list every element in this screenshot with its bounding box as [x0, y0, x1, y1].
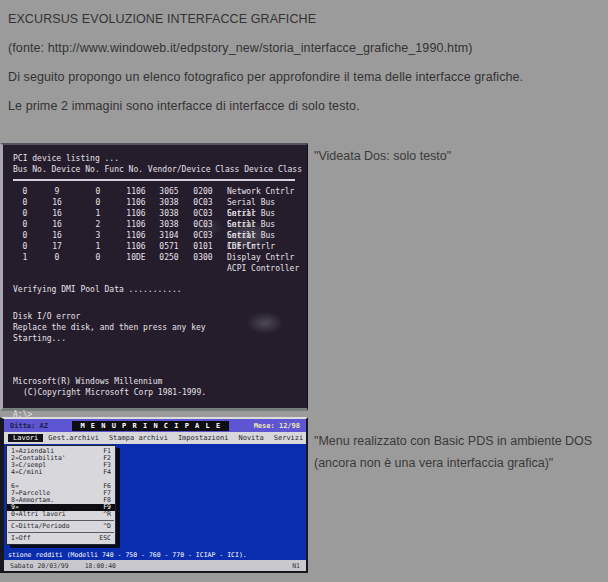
- caption-dos-screen: "Videata Dos: solo testo": [314, 149, 451, 163]
- menubar-item-gest-archivi: Gest.archivi: [43, 434, 104, 442]
- dropdown-item-label: 0»Altri lavori: [11, 511, 66, 518]
- replace-disk-line: Replace the disk, and then press any key: [13, 322, 307, 333]
- basic-menu-screenshot: Ditta: AZ M E N U P R I N C I P A L E Me…: [0, 417, 308, 573]
- pci-cell-class: 0300: [185, 252, 221, 263]
- pci-cell-bus: 0: [13, 186, 37, 197]
- pci-cell-dev_id: 0571: [153, 241, 185, 252]
- pci-row: 10010DE02500300Display Cntrlr: [13, 252, 307, 263]
- status-time: 18:00:40: [85, 562, 116, 570]
- pci-cell-vendor: 1106: [119, 186, 153, 197]
- month-label: Mese: 12/98: [254, 422, 300, 430]
- dropdown-item-label: 4»C/mini: [11, 469, 42, 476]
- caption-basic-menu-line2: (ancora non è una vera interfaccia grafi…: [314, 452, 592, 474]
- boot-messages: Disk I/O error Replace the disk, and the…: [13, 311, 307, 344]
- status-date: Sabato 20/03/99: [10, 562, 69, 570]
- dropdown-separator: [8, 520, 114, 521]
- dropdown-item: 8»Ammortam.F8: [7, 497, 115, 504]
- pci-table-header: Bus No. Device No. Func No. Vendor/Devic…: [13, 164, 307, 175]
- dos-boot-screenshot: PCI device listing ... Bus No. Device No…: [0, 143, 308, 411]
- pci-row: 0162110630380C03Serial Bus Cntrlr: [13, 219, 307, 230]
- pci-cell-bus: 0: [13, 241, 37, 252]
- dropdown-item-key: ^D: [103, 523, 111, 530]
- menubar-item-impostazioni: Impostazioni: [173, 434, 234, 442]
- disk-error-line: Disk I/O error: [13, 311, 307, 322]
- pci-row: 0171110605710101IDE Cntrlr: [13, 241, 307, 252]
- menubar-item-stampa-archivi: Stampa archivi: [104, 434, 173, 442]
- pci-row: 0161110630380C03Serial Bus Cntrlr: [13, 208, 307, 219]
- menubar-item-servizi: Servizi: [269, 434, 309, 442]
- caption-basic-menu-line1: "Menu realizzato con Basic PDS in ambien…: [314, 430, 592, 452]
- dropdown-menu: 1»AziendaliF12»Contabilita'F23»C/semplF3…: [6, 445, 116, 545]
- pci-cell-vendor: 1106: [119, 241, 153, 252]
- dropdown-item-key: ESC: [99, 535, 111, 542]
- pci-row: 0160110630380C03Serial Bus Cntrlr: [13, 197, 307, 208]
- windows-brand-lines: Microsoft(R) Windows Millennium (C)Copyr…: [13, 376, 307, 398]
- acpi-controller-line: ACPI Controller: [227, 263, 307, 274]
- dropdown-item-key: F4: [103, 469, 111, 476]
- pci-row: 090110630650200Network Cntrlr: [13, 186, 307, 197]
- dropdown-item: 0»Altri lavori^R: [7, 511, 115, 518]
- menu-principale-title: M E N U P R I N C I P A L E: [72, 421, 229, 431]
- pci-cell-name: Display Cntrlr: [221, 252, 307, 263]
- starting-line: Starting...: [13, 333, 307, 344]
- pci-cell-func: 0: [77, 186, 119, 197]
- doc-source-url: (fonte: http://www.windoweb.it/edpstory_…: [8, 41, 473, 55]
- copyright-line: (C)Copyright Microsoft Corp 1981-1999.: [13, 387, 307, 398]
- screen-message-line: stione redditi (Modelli 740 - 750 - 760 …: [8, 551, 247, 559]
- pci-cell-dev_id: 0250: [153, 252, 185, 263]
- pci-cell-vendor: 10DE: [119, 252, 153, 263]
- pci-cell-name: IDE Cntrlr: [221, 241, 307, 252]
- company-label: Ditta: AZ: [10, 422, 48, 430]
- doc-paragraph-intro: Di seguito propongo un elenco fotografic…: [8, 70, 523, 84]
- doc-title: EXCURSUS EVOLUZIONE INTERFACCE GRAFICHE: [8, 12, 316, 26]
- windows-millennium-line: Microsoft(R) Windows Millennium: [13, 376, 307, 387]
- dropdown-item: I»OffESC: [7, 535, 115, 542]
- caption-basic-menu: "Menu realizzato con Basic PDS in ambien…: [314, 430, 592, 474]
- pci-cell-class: 0200: [185, 186, 221, 197]
- pci-row: 0163110631040C03Serial Bus Cntrlr: [13, 230, 307, 241]
- pci-cell-dev_id: 3065: [153, 186, 185, 197]
- dropdown-item-label: I»Off: [11, 535, 31, 542]
- pci-listing-title: PCI device listing ...: [13, 153, 307, 164]
- dropdown-item-key: ^R: [103, 511, 111, 518]
- menubar-item-novita: Novita: [233, 434, 268, 442]
- pci-table-body: 090110630650200Network Cntrlr01601106303…: [13, 186, 307, 263]
- dropdown-item: 4»C/miniF4: [7, 469, 115, 476]
- pci-cell-device: 17: [37, 241, 77, 252]
- pci-table-separator: [13, 179, 295, 181]
- menu-screen-area: 1»AziendaliF12»Contabilita'F23»C/semplF3…: [4, 444, 306, 560]
- pci-cell-func: 0: [77, 252, 119, 263]
- pci-cell-bus: 1: [13, 252, 37, 263]
- dropdown-item-label: C»Ditta/Periodo: [11, 523, 70, 530]
- status-indicator: N1: [292, 562, 300, 570]
- pci-cell-name: Network Cntrlr: [221, 186, 307, 197]
- menubar-item-lavori: Lavori: [8, 434, 43, 442]
- pci-cell-device: 9: [37, 186, 77, 197]
- pci-cell-device: 0: [37, 252, 77, 263]
- doc-paragraph-note: Le prime 2 immagini sono interfacce di i…: [8, 99, 360, 113]
- pci-cell-class: 0101: [185, 241, 221, 252]
- menu-bar: LavoriGest.archiviStampa archiviImpostaz…: [4, 432, 306, 444]
- pci-cell-func: 1: [77, 241, 119, 252]
- menu-title-bar: Ditta: AZ M E N U P R I N C I P A L E Me…: [4, 419, 306, 432]
- dropdown-item: [7, 476, 115, 483]
- status-bar: Sabato 20/03/99 18:00:40 N1: [4, 560, 306, 571]
- dropdown-separator: [8, 532, 114, 533]
- dropdown-item: C»Ditta/Periodo^D: [7, 523, 115, 530]
- verifying-dmi-line: Verifying DMI Pool Data ...........: [13, 284, 307, 295]
